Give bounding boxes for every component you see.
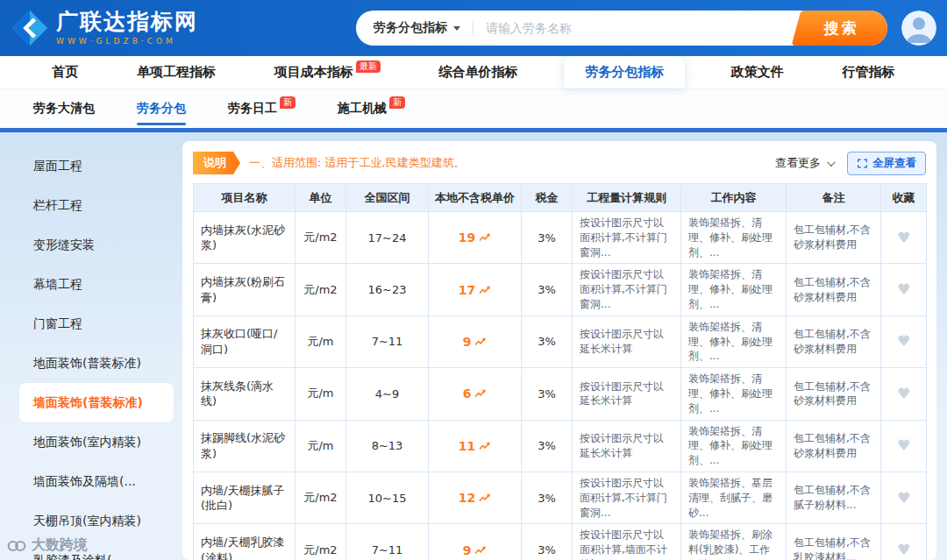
search-category-dropdown[interactable]: 劳务分包指标 [356, 20, 473, 36]
logo-text: 广联达指标网 WWW·GLDZB·COM [56, 11, 198, 45]
sidebar-item-3[interactable]: 幕墙工程 [7, 265, 175, 304]
subnav-item-0[interactable]: 劳务大清包 [33, 89, 95, 128]
sidebar-item-0[interactable]: 屋面工程 [7, 146, 175, 186]
tax-cell: 3% [522, 471, 573, 523]
table-row: 抹踢脚线(水泥砂浆)元/m8~13113%按设计图示尺寸以延长米计算装饰架搭拆、… [194, 420, 927, 471]
work-content-cell: 装饰架搭拆、清理、修补、刷处理剂、... [681, 368, 787, 420]
trend-up-icon [479, 285, 491, 295]
fullscreen-button[interactable]: 全屏查看 [847, 152, 926, 175]
favorite-heart-icon[interactable]: ♥ [897, 385, 910, 402]
work-content-cell: 装饰架搭拆、基层清理、刮腻子、磨砂... [681, 471, 787, 523]
view-more-link[interactable]: 查看更多 [775, 155, 833, 171]
work-content-cell: 装饰架搭拆、清理、修补、刷处理剂、... [681, 212, 787, 264]
table-body: 内墙抹灰(水泥砂浆)元/m217~24193%按设计图示尺寸以面积计算,不计算门… [194, 212, 927, 560]
subnav-item-label: 劳务日工 [228, 101, 277, 117]
local-price-cell: 19 [429, 212, 522, 264]
note-cell: 包工包辅材,不含乳胶漆材料... [787, 524, 881, 560]
nav-item-label: 项目成本指标 [274, 64, 353, 81]
subnav-item-1[interactable]: 劳务分包 [137, 89, 186, 128]
favorite-heart-icon[interactable]: ♥ [897, 280, 910, 298]
note-cell: 包工包辅材,不含砂浆材料费用 [787, 264, 881, 315]
user-avatar[interactable] [901, 11, 936, 46]
page: 广联达指标网 WWW·GLDZB·COM 劳务分包指标 搜索 首页单项工程指标项… [0, 0, 947, 560]
project-name-cell: 抹灰线条(滴水线) [194, 368, 295, 420]
sidebar-item-10[interactable]: 乳胶漆及涂料(... [7, 541, 175, 560]
nav-item-0[interactable]: 首页 [39, 56, 90, 89]
project-name-cell: 内墙/天棚乳胶漆(涂料) [194, 524, 295, 560]
sidebar-item-5[interactable]: 地面装饰(普装标准) [7, 344, 175, 383]
person-icon [901, 11, 936, 46]
sidebar-item-4[interactable]: 门窗工程 [7, 304, 175, 344]
national-range-cell: 4~9 [346, 368, 429, 420]
fullscreen-label: 全屏查看 [872, 156, 916, 171]
column-header: 本地不含税单价 [429, 184, 522, 212]
nav-item-label: 综合单价指标 [438, 64, 517, 81]
nav-item-1[interactable]: 单项工程指标 [125, 56, 228, 89]
nav-item-label: 单项工程指标 [137, 64, 216, 81]
tax-cell: 3% [522, 368, 573, 420]
sidebar-item-2[interactable]: 变形缝安装 [7, 225, 175, 265]
unit-cell: 元/m2 [295, 524, 346, 560]
calc-rule-cell: 按设计图示尺寸以面积计算,不计算门窗洞... [573, 212, 681, 264]
note-cell: 包工包辅材,不含砂浆材料费用 [787, 368, 881, 420]
calc-rule-cell: 按设计图示尺寸以面积计算,不计算门窗洞... [573, 471, 681, 523]
nav-item-3[interactable]: 综合单价指标 [426, 56, 530, 89]
column-header: 单位 [295, 184, 346, 212]
unit-cell: 元/m [295, 315, 346, 367]
nav-item-4[interactable]: 劳务分包指标 [564, 56, 685, 89]
main-nav: 首页单项工程指标项目成本指标最新综合单价指标劳务分包指标政策文件行管指标 [0, 56, 947, 89]
search-button[interactable]: 搜索 [792, 11, 887, 46]
sidebar-item-7[interactable]: 地面装饰(室内精装) [7, 422, 175, 462]
search-category-label: 劳务分包指标 [374, 20, 447, 36]
nav-item-label: 首页 [52, 64, 78, 81]
category-sidebar: 屋面工程栏杆工程变形缝安装幕墙工程门窗工程地面装饰(普装标准)墙面装饰(普装标准… [7, 141, 175, 560]
local-price-cell: 12 [429, 471, 522, 523]
price-value: 9 [463, 543, 472, 557]
favorite-heart-icon[interactable]: ♥ [897, 436, 910, 454]
expand-icon [857, 158, 868, 169]
favorite-cell: ♥ [881, 420, 927, 471]
favorite-cell: ♥ [881, 471, 927, 523]
notice-text: 一、适用范围: 适用于工业,民建类型建筑。 [249, 155, 775, 171]
trend-up-icon [474, 388, 487, 399]
column-header: 收藏 [881, 184, 927, 212]
nav-item-5[interactable]: 政策文件 [719, 56, 796, 89]
top-header: 广联达指标网 WWW·GLDZB·COM 劳务分包指标 搜索 [0, 0, 947, 56]
sidebar-item-6[interactable]: 墙面装饰(普装标准) [19, 383, 174, 422]
sidebar-item-1[interactable]: 栏杆工程 [7, 186, 175, 225]
national-range-cell: 10~15 [346, 471, 429, 523]
subnav-item-2[interactable]: 劳务日工新 [228, 89, 295, 128]
project-name-cell: 内墙抹灰(粉刷石膏) [194, 264, 295, 315]
nav-item-6[interactable]: 行管指标 [830, 56, 908, 89]
tax-cell: 3% [522, 264, 573, 315]
sidebar-item-8[interactable]: 墙面装饰及隔墙(... [7, 462, 175, 501]
unit-cell: 元/m2 [295, 471, 346, 523]
site-subtitle: WWW·GLDZB·COM [56, 37, 198, 46]
price-value: 19 [459, 230, 475, 245]
project-name-cell: 内墙抹灰(水泥砂浆) [194, 212, 295, 264]
unit-cell: 元/m2 [295, 212, 346, 264]
favorite-heart-icon[interactable]: ♥ [897, 541, 910, 558]
tax-cell: 3% [522, 315, 573, 367]
table-row: 内墙/天棚乳胶漆(涂料)元/m27~1193%按设计图示尺寸以面积计算,墙面不计… [194, 524, 927, 560]
nav-item-label: 劳务分包指标 [585, 64, 664, 81]
subnav-item-3[interactable]: 施工机械新 [338, 89, 405, 128]
view-more-label: 查看更多 [775, 155, 821, 171]
nav-item-2[interactable]: 项目成本指标最新 [262, 56, 393, 89]
logo-diamond-icon [11, 9, 49, 47]
table-row: 抹灰收口(哑口/洞口)元/m7~1193%按设计图示尺寸以延长米计算装饰架搭拆、… [194, 315, 927, 367]
table-row: 抹灰线条(滴水线)元/m4~963%按设计图示尺寸以延长米计算装饰架搭拆、清理、… [194, 368, 927, 420]
column-header: 工程量计算规则 [573, 184, 681, 212]
favorite-heart-icon[interactable]: ♥ [897, 489, 910, 507]
column-header: 工作内容 [681, 184, 787, 212]
favorite-heart-icon[interactable]: ♥ [897, 229, 910, 246]
work-content-cell: 装饰架搭拆、刷涂料(乳胶漆)、工作面清... [681, 524, 787, 560]
favorite-heart-icon[interactable]: ♥ [897, 332, 910, 350]
site-logo[interactable]: 广联达指标网 WWW·GLDZB·COM [11, 9, 198, 47]
column-header: 全国区间 [346, 184, 429, 212]
sub-nav-items: 劳务大清包劳务分包劳务日工新施工机械新 [0, 89, 947, 128]
calc-rule-cell: 按设计图示尺寸以面积计算,墙面不计算门... [573, 524, 681, 560]
subnav-item-label: 施工机械 [338, 101, 387, 117]
price-value: 17 [459, 283, 475, 297]
sidebar-item-9[interactable]: 天棚吊顶(室内精装) [7, 501, 175, 541]
